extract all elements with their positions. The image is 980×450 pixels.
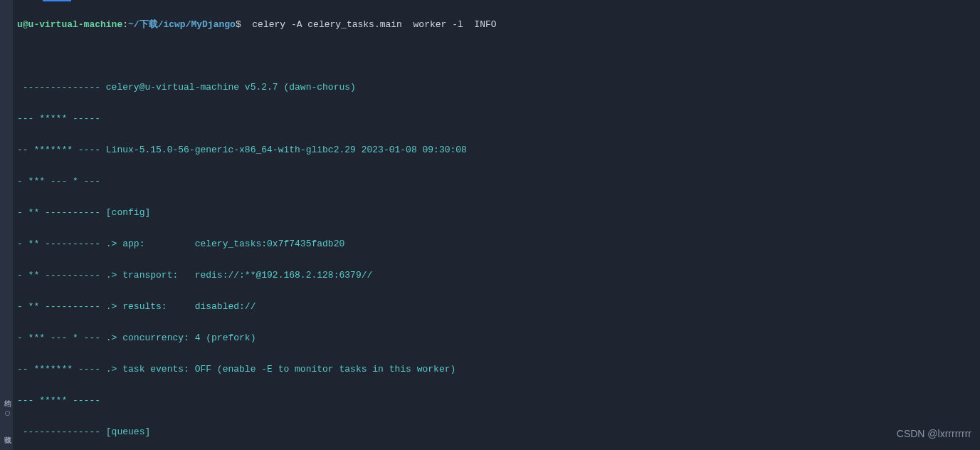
command-text: celery -A celery_tasks.main worker -l IN… [241, 19, 497, 30]
banner-line: - ** ---------- .> app: celery_tasks:0x7… [17, 236, 977, 252]
prompt-line: u@u-virtual-machine:~/下载/icwp/MyDjango$ … [17, 17, 977, 33]
banner-line: -- ******* ---- .> task events: OFF (ena… [17, 362, 977, 377]
banner-line: - ** ---------- [config] [17, 205, 977, 221]
sidebar-icon-bookmark[interactable]: ▢ [1, 407, 11, 417]
watermark-text: CSDN @lxrrrrrrrr [897, 426, 971, 441]
banner-line: - *** --- * --- [17, 174, 977, 189]
blank-line [17, 48, 977, 64]
prompt-colon: : [122, 19, 128, 30]
banner-line: --- ***** ----- [17, 111, 977, 127]
sidebar-icon-structure[interactable]: 结构 [1, 389, 11, 399]
prompt-user: u@u-virtual-machine [17, 19, 122, 30]
banner-line: - *** --- * --- .> concurrency: 4 (prefo… [17, 330, 977, 346]
banner-line: --- ***** ----- [17, 393, 977, 409]
banner-line: -------------- celery@u-virtual-machine … [17, 80, 977, 95]
editor-sidebar: 结构 ▢ 收藏 [0, 0, 13, 450]
banner-line: -- ******* ---- Linux-5.15.0-56-generic-… [17, 142, 977, 158]
banner-line: - ** ---------- .> transport: redis://:*… [17, 268, 977, 283]
terminal-output[interactable]: u@u-virtual-machine:~/下载/icwp/MyDjango$ … [14, 0, 980, 450]
banner-line: - ** ---------- .> results: disabled:// [17, 299, 977, 315]
prompt-dollar: $ [236, 19, 241, 30]
sidebar-icon-favorite[interactable]: 收藏 [1, 426, 11, 436]
prompt-path: ~/下载/icwp/MyDjango [128, 19, 236, 30]
banner-line: -------------- [queues] [17, 424, 977, 440]
